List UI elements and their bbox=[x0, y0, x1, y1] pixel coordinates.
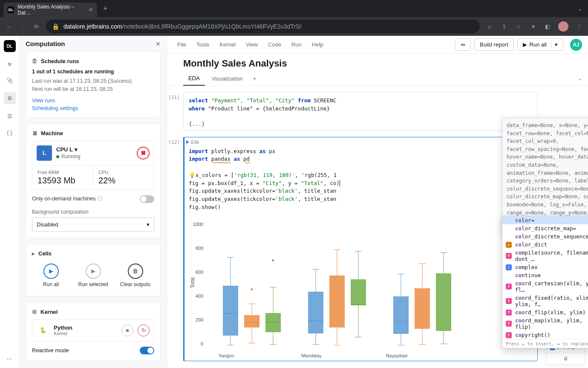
browser-tab[interactable]: DL Monthly Sales Analysis – Dat… ✕ bbox=[3, 3, 97, 17]
share-icon[interactable]: ⇪ bbox=[500, 23, 508, 30]
schedule-next-run: Next run will be at 18.11.23, 08:25 bbox=[32, 85, 154, 93]
menu-kernel[interactable]: Kernel bbox=[215, 40, 240, 49]
notebook-title: Monthly Sales Analysis bbox=[167, 54, 588, 72]
menubar: File Tools Kernel View Code Run Help ⇔ B… bbox=[167, 36, 588, 54]
rail-braces-icon[interactable]: { } bbox=[6, 128, 14, 136]
icon-rail: DL ≋ 📎 ⚙ ☰ { } ⋯ bbox=[0, 36, 20, 368]
menu-help[interactable]: Help bbox=[308, 40, 328, 49]
tab-visualization[interactable]: Visualization bbox=[207, 72, 248, 85]
chart-output: Total bbox=[184, 216, 537, 361]
autocomplete-item[interactable]: fcopyright()builtins bbox=[502, 331, 588, 339]
menu-code[interactable]: Code bbox=[264, 40, 285, 49]
chevron-down-icon[interactable]: ▾ bbox=[75, 146, 78, 153]
tab-title: Monthly Sales Analysis – Dat… bbox=[17, 4, 85, 16]
machine-stats: Free RAM13593 Mb CPU22% bbox=[32, 165, 154, 190]
chevron-down-icon[interactable]: ▾ bbox=[551, 41, 558, 48]
build-report-button[interactable]: Build report bbox=[474, 38, 513, 51]
user-avatar[interactable]: AJ bbox=[570, 39, 582, 51]
autocomplete-item[interactable]: vcolor_dict bbox=[502, 241, 588, 249]
tab-close-icon[interactable]: ✕ bbox=[89, 7, 93, 13]
clear-outputs-button[interactable]: 🗑Clear outputs bbox=[116, 261, 154, 290]
autocomplete-item[interactable]: fcoord_flip(xlim, ylim)lets_plot.plot.co… bbox=[502, 308, 588, 316]
extensions-icon[interactable]: ✦ bbox=[529, 23, 537, 30]
cell-body[interactable]: select "Payment", "Total", "City" from S… bbox=[183, 92, 538, 131]
rail-more-icon[interactable]: ⋯ bbox=[6, 354, 14, 363]
y-axis-label: Total bbox=[190, 277, 196, 288]
share-button[interactable]: ⇔ bbox=[455, 38, 471, 51]
tabs-chevron-icon[interactable]: ⌄ bbox=[577, 75, 582, 81]
kernel-stop-button[interactable]: ■ bbox=[121, 325, 133, 336]
menu-file[interactable]: File bbox=[173, 40, 190, 49]
autocomplete-popup[interactable]: color=color_discrete_map=color_discrete_… bbox=[502, 216, 588, 348]
stop-machine-button[interactable] bbox=[137, 147, 150, 159]
cell-prompt: [11] bbox=[167, 92, 183, 131]
python-icon: 🐍 bbox=[37, 324, 49, 337]
cell-run-button[interactable]: 0.0s bbox=[186, 140, 199, 145]
autocomplete-item[interactable]: color_discrete_map= bbox=[502, 224, 588, 232]
print-icon[interactable]: 🖨 bbox=[550, 356, 581, 361]
menu-tools[interactable]: Tools bbox=[192, 40, 213, 49]
address-bar: ← → ⟳ 🔒 datalore.jetbrains.com/notebook/… bbox=[0, 17, 588, 36]
new-tab-button[interactable]: + bbox=[103, 4, 108, 13]
play-icon: ▶ bbox=[523, 41, 527, 48]
rail-layers-icon[interactable]: ≋ bbox=[6, 60, 14, 68]
kernel-restart-button[interactable]: ↻ bbox=[138, 325, 150, 336]
tabs-chevron-icon[interactable]: ⌄ bbox=[577, 6, 582, 12]
main-area: File Tools Kernel View Code Run Help ⇔ B… bbox=[167, 36, 588, 368]
menu-run[interactable]: Run bbox=[287, 40, 306, 49]
code-editor[interactable]: import plotly.express as px import panda… bbox=[184, 137, 537, 216]
schedule-panel: 🗓Schedule runs 1 out of 1 schedules are … bbox=[26, 52, 161, 118]
run-all-button[interactable]: ▶Run all▾ bbox=[517, 38, 563, 51]
autocomplete-item[interactable]: fcoord_fixed(ratio, xlim, ylim, f…lets_p… bbox=[502, 294, 588, 308]
calendar-icon: 🗓 bbox=[32, 58, 37, 64]
scheduling-settings-link[interactable]: Scheduling settings bbox=[32, 105, 154, 111]
reload-button[interactable]: ⟳ bbox=[32, 23, 40, 30]
autocomplete-item[interactable]: fcompile(source, filename, mode, flags, … bbox=[502, 249, 588, 263]
status-dot-icon bbox=[56, 155, 59, 158]
cpu-value: 22% bbox=[98, 176, 149, 185]
autocomplete-item[interactable]: fcoord_map(xlim, ylim, flip)lets_plot.pl… bbox=[502, 316, 588, 331]
sidepanel-icon[interactable]: ◧ bbox=[544, 23, 551, 30]
rail-compute-icon[interactable]: ⚙ bbox=[4, 92, 16, 104]
autocomplete-item[interactable]: color_discrete_sequence= bbox=[502, 232, 588, 241]
view-runs-link[interactable]: View runs bbox=[32, 98, 154, 104]
forward-button[interactable]: → bbox=[19, 23, 26, 30]
url-input[interactable]: 🔒 datalore.jetbrains.com/notebook/jbnL9f… bbox=[46, 20, 480, 33]
bookmark-icon[interactable]: ☆ bbox=[515, 23, 522, 30]
free-ram-value: 13593 Mb bbox=[37, 176, 88, 185]
run-all-button[interactable]: ▶Run all bbox=[32, 261, 70, 290]
share-icon: ⇔ bbox=[461, 41, 465, 48]
back-button[interactable]: ← bbox=[5, 23, 13, 30]
reactive-mode-toggle[interactable] bbox=[140, 347, 154, 354]
machine-row[interactable]: L CPU L ▾ Running bbox=[32, 141, 154, 165]
app-logo[interactable]: DL bbox=[4, 40, 16, 52]
menu-view[interactable]: View bbox=[242, 40, 262, 49]
bg-computation-select[interactable]: Disabled▾ bbox=[32, 217, 154, 232]
search-icon[interactable]: ⌕ bbox=[486, 23, 493, 30]
autocomplete-item[interactable]: continue bbox=[502, 271, 588, 279]
schedule-running-text: 1 out of 1 schedules are running bbox=[32, 69, 154, 75]
autocomplete-item[interactable]: color= bbox=[502, 216, 588, 224]
tab-favicon: DL bbox=[8, 6, 14, 13]
profile-avatar[interactable] bbox=[558, 21, 568, 32]
chevron-down-icon: ▾ bbox=[147, 221, 150, 228]
chrome-menu-icon[interactable]: ⋮ bbox=[575, 23, 583, 30]
machine-panel: 🖥Machine L CPU L ▾ Running Free RAM13593… bbox=[26, 124, 161, 238]
ondemand-toggle[interactable] bbox=[140, 195, 154, 203]
sidebar-title: Computation bbox=[26, 40, 65, 47]
autocomplete-item[interactable]: fcoord_cartesian(xlim, ylim, fl…lets_plo… bbox=[502, 279, 588, 294]
cell-body[interactable]: 0.0s ⤢ + ⋯ import plotly.express as px i… bbox=[183, 137, 538, 361]
kernel-panel: ⚙Kernel 🐍 PythonKernel ■ ↻ Reactive mode bbox=[26, 302, 161, 361]
machine-badge: L bbox=[37, 145, 52, 161]
rail-attach-icon[interactable]: 📎 bbox=[6, 76, 14, 84]
run-selected-button[interactable]: ▶Run selected bbox=[74, 261, 112, 290]
rail-list-icon[interactable]: ☰ bbox=[6, 112, 14, 120]
cell-prompt: [12] bbox=[167, 137, 183, 361]
code-editor[interactable]: select "Payment", "Total", "City" from S… bbox=[184, 93, 537, 117]
add-tab-button[interactable]: + bbox=[250, 72, 260, 85]
tab-eda[interactable]: EDA bbox=[183, 72, 205, 86]
sidebar-close-icon[interactable]: ✕ bbox=[156, 41, 161, 47]
info-icon[interactable]: ⓘ bbox=[97, 196, 103, 202]
autocomplete-item[interactable]: ccomplexbuiltins bbox=[502, 263, 588, 271]
cells-panel: ▸Cells ▶Run all ▶Run selected 🗑Clear out… bbox=[26, 244, 161, 296]
